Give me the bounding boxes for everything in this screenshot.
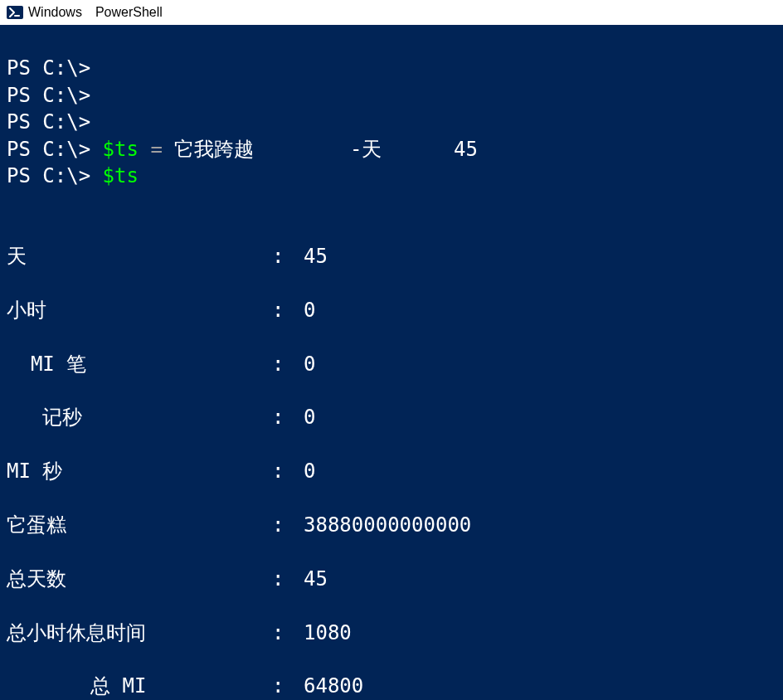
property-key: MI 秒 [7,458,272,484]
prompt-line: PS C:\> [7,138,90,161]
property-value: 1080 [304,620,352,646]
prompt-line: PS C:\> [7,164,90,187]
property-row: 总 MI:64800 [7,673,776,699]
property-value: 38880000000000 [304,512,471,538]
property-row: 总天数:45 [7,566,776,592]
parameter-token: -天 [350,138,382,161]
property-separator: : [272,404,304,430]
property-value: 0 [304,297,315,323]
property-separator: : [272,673,304,699]
variable-token: $ts [103,164,139,187]
equals-token: = [150,138,162,161]
property-row: 总小时休息时间:1080 [7,620,776,646]
property-separator: : [272,297,304,323]
property-row: MI 秒:0 [7,458,776,484]
property-value: 64800 [304,673,363,699]
property-value: 45 [304,566,328,592]
property-row: 它蛋糕:38880000000000 [7,512,776,538]
prompt-line: PS C:\> [7,110,90,134]
variable-token: $ts [103,138,139,161]
property-separator: : [272,512,304,538]
terminal-pane[interactable]: PS C:\> PS C:\> PS C:\> PS C:\> $ts = 它我… [0,25,783,700]
property-row: 记秒:0 [7,404,776,430]
property-value: 45 [304,243,328,270]
property-row: MI 笔:0 [7,351,776,377]
property-value: 0 [304,351,315,377]
command-token: 它我跨越 [174,138,254,161]
property-key: MI 笔 [7,351,272,377]
property-key: 记秒 [7,404,272,430]
prompt-line: PS C:\> [7,56,90,80]
prompt-line: PS C:\> [7,84,90,107]
property-separator: : [272,458,304,484]
property-key: 总天数 [7,566,272,592]
property-separator: : [272,566,304,592]
property-separator: : [272,243,304,270]
property-separator: : [272,351,304,377]
property-key: 天 [7,243,272,270]
argument-value: 45 [454,138,478,161]
property-row: 天:45 [7,243,776,270]
window-title-bar: Windows PowerShell [0,0,783,25]
property-value: 0 [304,404,315,430]
powershell-icon [7,4,23,21]
property-value: 0 [304,458,315,484]
property-separator: : [272,620,304,646]
property-key: 总小时休息时间 [7,620,272,646]
window-title-part1: Windows [28,5,82,20]
property-key: 小时 [7,297,272,323]
property-row: 小时:0 [7,297,776,323]
property-key: 总 MI [7,673,272,699]
window-title-part2: PowerShell [95,5,163,20]
property-key: 它蛋糕 [7,512,272,538]
